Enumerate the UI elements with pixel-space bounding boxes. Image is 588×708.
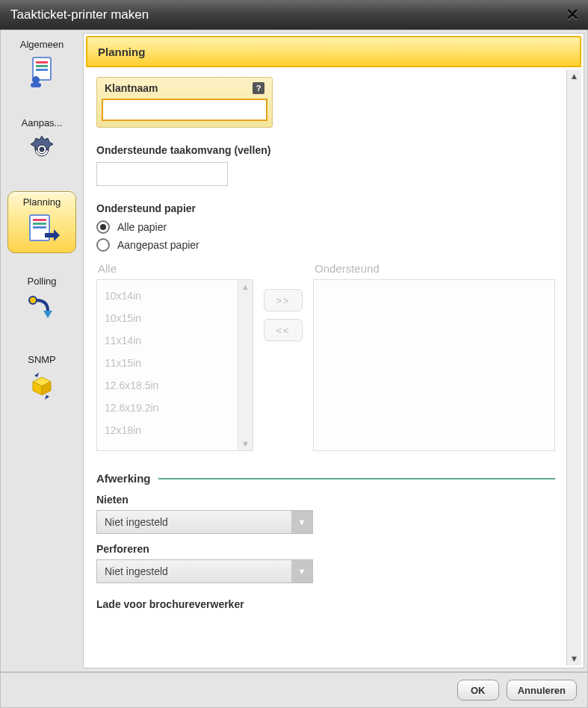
sidebar-item-planning[interactable]: Planning bbox=[7, 191, 76, 253]
sidebar: Algemeen Aanpas... bbox=[1, 30, 83, 671]
main-region: Algemeen Aanpas... bbox=[0, 30, 588, 672]
listbox-all-items: 10x14in 10x15in 11x14in 11x15in 12.6x18.… bbox=[97, 280, 238, 450]
svg-rect-5 bbox=[31, 83, 41, 87]
list-item[interactable]: 11x15in bbox=[97, 352, 238, 374]
svg-point-8 bbox=[40, 147, 44, 152]
titlebar: Taakticket-printer maken ✕ bbox=[0, 0, 588, 30]
scroll-up-icon[interactable]: ▲ bbox=[568, 69, 581, 83]
polling-route-icon bbox=[24, 290, 60, 326]
panel-title: Planning bbox=[98, 46, 145, 58]
sidebar-item-label: Aanpas... bbox=[9, 117, 75, 128]
svg-point-4 bbox=[32, 76, 40, 84]
list-item[interactable]: 12x18in bbox=[97, 419, 238, 441]
sidebar-item-label: Algemeen bbox=[9, 39, 75, 50]
sidebar-item-algemeen[interactable]: Algemeen bbox=[7, 34, 76, 95]
panel-scrollbar[interactable]: ▲ ▼ bbox=[566, 69, 581, 665]
document-person-icon bbox=[24, 53, 60, 89]
move-right-button[interactable]: >> bbox=[264, 289, 303, 311]
sidebar-item-snmp[interactable]: SNMP bbox=[7, 350, 76, 410]
svg-rect-12 bbox=[33, 226, 46, 229]
svg-rect-11 bbox=[33, 223, 46, 225]
scroll-area: Klantnaam ? Ondersteunde taakomvang (vel… bbox=[86, 69, 566, 665]
nieten-label: Nieten bbox=[96, 494, 555, 506]
svg-point-13 bbox=[29, 296, 37, 304]
radio-icon bbox=[96, 220, 110, 234]
radio-label: Aangepast papier bbox=[117, 239, 199, 251]
listbox-all: 10x14in 10x15in 11x14in 11x15in 12.6x18.… bbox=[96, 279, 253, 451]
section-afwerking: Afwerking bbox=[96, 472, 555, 485]
radio-aangepast-papier[interactable]: Aangepast papier bbox=[96, 238, 555, 252]
gear-icon bbox=[24, 131, 60, 167]
close-icon[interactable]: ✕ bbox=[566, 5, 579, 25]
list-item[interactable]: 10x14in bbox=[97, 285, 238, 307]
list-item[interactable]: 12.6x18.5in bbox=[97, 374, 238, 397]
list-item[interactable]: 11x14in bbox=[97, 329, 238, 352]
section-title: Afwerking bbox=[96, 472, 151, 485]
list-item[interactable]: 12.6x19.2in bbox=[97, 397, 238, 419]
klantnaam-label: Klantnaam bbox=[105, 82, 158, 94]
radio-alle-papier[interactable]: Alle papier bbox=[96, 220, 555, 234]
help-icon[interactable]: ? bbox=[253, 82, 264, 94]
document-arrow-icon bbox=[24, 211, 60, 246]
taakomvang-input[interactable] bbox=[96, 162, 228, 186]
lade-label: Lade voor brochureverwerker bbox=[96, 598, 555, 610]
perforeren-label: Perforeren bbox=[96, 543, 555, 555]
sidebar-item-polling[interactable]: Polling bbox=[7, 271, 76, 332]
list-item[interactable]: 10x15in bbox=[97, 307, 238, 329]
window-title: Taakticket-printer maken bbox=[10, 7, 149, 22]
ok-button[interactable]: OK bbox=[457, 680, 499, 701]
svg-rect-3 bbox=[36, 69, 48, 71]
divider bbox=[158, 478, 555, 479]
column-supported-title: Ondersteund bbox=[315, 262, 555, 275]
select-value: Niet ingesteld bbox=[97, 511, 291, 533]
sidebar-item-label: SNMP bbox=[9, 354, 75, 365]
panel-body: Klantnaam ? Ondersteunde taakomvang (vel… bbox=[84, 69, 584, 668]
taakomvang-label: Ondersteunde taakomvang (vellen) bbox=[96, 144, 555, 156]
cube-arrows-icon bbox=[24, 368, 60, 404]
content-panel: Planning Klantnaam ? Ondersteunde taakom… bbox=[83, 33, 584, 668]
klantnaam-group: Klantnaam ? bbox=[96, 77, 273, 128]
scroll-up-icon[interactable]: ▲ bbox=[241, 280, 250, 294]
dual-listbox: Alle 10x14in 10x15in 11x14in 11x15in 12.… bbox=[96, 256, 555, 451]
papier-label: Ondersteund papier bbox=[96, 202, 555, 214]
cancel-button[interactable]: Annuleren bbox=[507, 680, 577, 701]
sidebar-item-label: Polling bbox=[9, 276, 75, 287]
listbox-supported bbox=[313, 279, 555, 451]
footer: OK Annuleren bbox=[0, 672, 588, 708]
svg-rect-10 bbox=[33, 219, 46, 221]
sidebar-item-label: Planning bbox=[10, 196, 74, 208]
listbox-supported-items bbox=[314, 280, 554, 450]
column-all-title: Alle bbox=[98, 262, 253, 275]
svg-rect-1 bbox=[36, 61, 48, 63]
scroll-down-icon[interactable]: ▼ bbox=[241, 437, 250, 450]
chevron-down-icon: ▼ bbox=[291, 511, 312, 533]
radio-icon bbox=[96, 238, 110, 252]
svg-rect-2 bbox=[36, 65, 48, 67]
sidebar-item-aanpassen[interactable]: Aanpas... bbox=[7, 113, 76, 173]
chevron-down-icon: ▼ bbox=[291, 560, 312, 583]
scroll-down-icon[interactable]: ▼ bbox=[568, 652, 581, 665]
move-left-button[interactable]: << bbox=[264, 319, 303, 341]
listbox-scrollbar[interactable]: ▲ ▼ bbox=[238, 280, 253, 450]
perforeren-select[interactable]: Niet ingesteld ▼ bbox=[96, 559, 313, 583]
move-buttons: >> << bbox=[264, 256, 303, 451]
radio-label: Alle papier bbox=[117, 221, 167, 233]
content-wrap: Planning Klantnaam ? Ondersteunde taakom… bbox=[83, 30, 587, 671]
klantnaam-input[interactable] bbox=[102, 99, 267, 121]
panel-header: Planning bbox=[86, 36, 581, 67]
select-value: Niet ingesteld bbox=[97, 560, 291, 583]
nieten-select[interactable]: Niet ingesteld ▼ bbox=[96, 510, 313, 534]
